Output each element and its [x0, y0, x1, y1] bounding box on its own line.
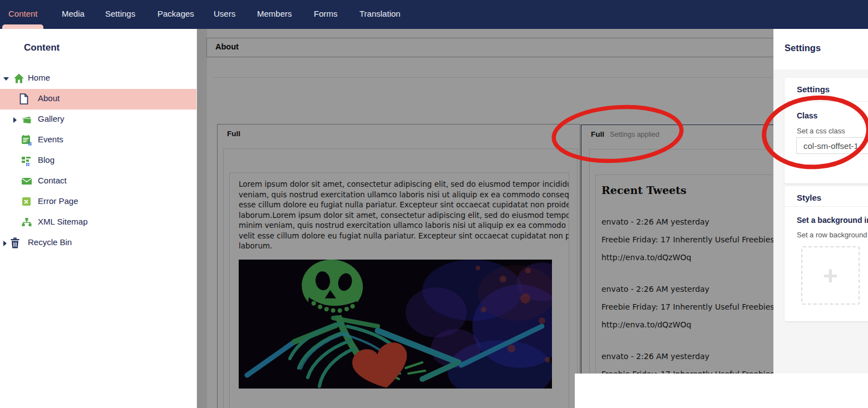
blog-grid-icon	[21, 155, 32, 166]
image-upload-dropzone[interactable]: +	[801, 246, 860, 305]
active-tab-underline	[2, 24, 43, 29]
settings-side-panel: Settings Settings Class Set a css class …	[773, 29, 868, 408]
tree-item-label: Contact	[38, 176, 67, 185]
card-divider	[785, 206, 868, 207]
tree-item-contact[interactable]: Contact	[0, 171, 196, 192]
tree-item-about[interactable]: About	[0, 89, 196, 110]
modal-dim-overlay[interactable]	[196, 29, 773, 408]
tree-item-label: Blog	[38, 155, 55, 165]
gallery-icon	[21, 114, 32, 125]
sitemap-icon	[21, 217, 32, 228]
envelope-icon	[21, 176, 32, 187]
settings-card-title: Settings	[797, 84, 830, 94]
document-icon	[18, 93, 29, 105]
trash-icon	[9, 237, 21, 248]
background-image-label: Set a background image	[797, 216, 868, 225]
tree-item-label: Home	[28, 73, 50, 82]
content-tree-sidebar: Content Home About	[0, 29, 197, 408]
settings-panel-header: Settings	[773, 29, 868, 69]
home-icon	[13, 73, 24, 84]
plus-icon: +	[802, 247, 859, 303]
tree-item-label: Error Page	[38, 196, 78, 206]
settings-card: Settings Class Set a css class	[785, 78, 868, 183]
tree-item-home[interactable]: Home	[0, 68, 196, 89]
error-page-icon	[21, 196, 32, 207]
tree-item-events[interactable]: Events	[0, 130, 196, 151]
settings-panel-title: Settings	[785, 43, 821, 53]
class-field-hint: Set a css class	[797, 127, 845, 135]
nav-tab-users[interactable]: Users	[214, 0, 235, 29]
tree-item-error-page[interactable]: Error Page	[0, 192, 196, 212]
tree-item-recycle-bin[interactable]: Recycle Bin	[0, 233, 196, 253]
nav-tab-forms[interactable]: Forms	[314, 0, 338, 29]
styles-card: Styles Set a background image Set a row …	[785, 186, 868, 321]
nav-tab-members[interactable]: Members	[257, 0, 292, 29]
umbraco-backoffice: About Full Lorem ipsum dolor sit amet, c…	[0, 0, 868, 408]
chevron-right-icon[interactable]	[13, 117, 17, 123]
bottom-right-blank-area	[575, 374, 868, 408]
sidebar-section-title: Content	[24, 42, 60, 53]
tree-item-label: Events	[38, 135, 63, 144]
tree-item-xml-sitemap[interactable]: XML Sitemap	[0, 212, 196, 233]
chevron-right-icon[interactable]	[3, 241, 7, 246]
nav-tab-packages[interactable]: Packages	[157, 0, 194, 29]
nav-tab-settings[interactable]: Settings	[105, 0, 135, 29]
class-field-label: Class	[797, 111, 817, 120]
tree-item-label: About	[38, 93, 60, 103]
tree-item-gallery[interactable]: Gallery	[0, 110, 196, 130]
tree-item-label: XML Sitemap	[38, 217, 87, 226]
css-class-input[interactable]	[796, 137, 868, 154]
tree-item-label: Gallery	[38, 114, 65, 123]
calendar-icon	[21, 135, 32, 146]
tree-item-blog[interactable]: Blog	[0, 151, 196, 171]
styles-card-title: Styles	[797, 193, 821, 202]
background-image-hint: Set a row background	[797, 231, 867, 239]
card-divider	[785, 101, 868, 102]
content-tree: Home About Gallery	[0, 68, 196, 253]
nav-tab-translation[interactable]: Translation	[359, 0, 401, 29]
nav-tab-media[interactable]: Media	[62, 0, 85, 29]
chevron-down-icon[interactable]	[3, 77, 9, 81]
tree-item-label: Recycle Bin	[28, 237, 72, 247]
top-navigation-bar: Content Media Settings Packages Users Me…	[0, 0, 868, 29]
